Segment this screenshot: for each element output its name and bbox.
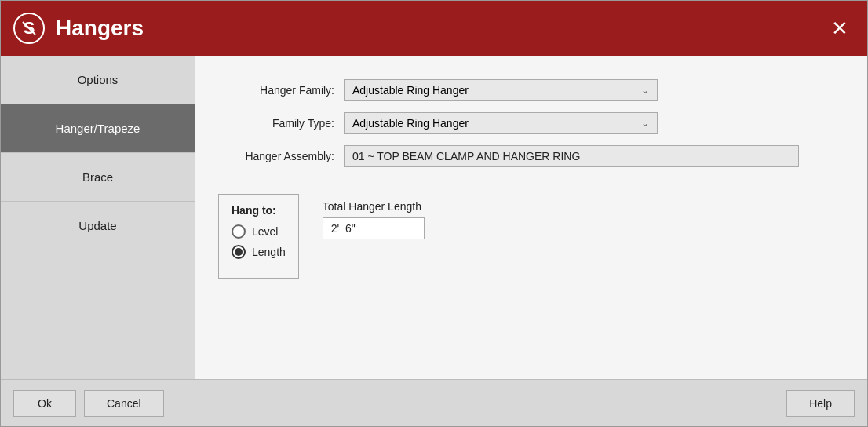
length-label: Length xyxy=(252,246,286,258)
length-radio-row: Length xyxy=(232,245,286,259)
hang-to-box: Hang to: Level Length xyxy=(218,194,299,279)
title-bar: S Hangers ✕ xyxy=(1,1,867,56)
sidebar: Options Hanger/Trapeze Brace Update xyxy=(1,56,195,379)
dialog-title: Hangers xyxy=(56,16,825,41)
hanger-assembly-label: Hanger Assembly: xyxy=(218,150,344,162)
length-radio[interactable] xyxy=(232,245,246,259)
hang-to-label: Hang to: xyxy=(232,204,286,217)
app-icon: S xyxy=(13,13,45,44)
total-hanger-length-input[interactable] xyxy=(323,217,425,239)
sidebar-item-options[interactable]: Options xyxy=(1,56,195,104)
family-type-label: Family Type: xyxy=(218,117,344,130)
help-button[interactable]: Help xyxy=(786,390,855,417)
family-type-value: Adjustable Ring Hanger xyxy=(352,117,469,130)
family-type-chevron-icon: ⌄ xyxy=(641,118,649,129)
hanger-family-chevron-icon: ⌄ xyxy=(641,85,649,96)
cancel-button[interactable]: Cancel xyxy=(84,390,164,417)
total-hanger-group: Total Hanger Length xyxy=(323,200,425,239)
hanger-family-dropdown[interactable]: Adjustable Ring Hanger ⌄ xyxy=(344,79,658,101)
hang-to-group: Hang to: Level Length Total Hanger Lengt… xyxy=(218,194,844,279)
sidebar-item-brace[interactable]: Brace xyxy=(1,153,195,202)
sidebar-item-update[interactable]: Update xyxy=(1,202,195,250)
footer: Ok Cancel Help xyxy=(1,379,867,426)
family-type-row: Family Type: Adjustable Ring Hanger ⌄ xyxy=(218,112,844,134)
hanger-assembly-row: Hanger Assembly: 01 ~ TOP BEAM CLAMP AND… xyxy=(218,145,844,167)
level-radio-row: Level xyxy=(232,224,286,239)
dialog-window: S Hangers ✕ Options Hanger/Trapeze Brace… xyxy=(0,0,868,427)
hanger-assembly-field: 01 ~ TOP BEAM CLAMP AND HANGER RING xyxy=(344,145,799,167)
content-area: Options Hanger/Trapeze Brace Update Hang… xyxy=(1,56,867,379)
level-radio[interactable] xyxy=(232,224,246,239)
hanger-family-value: Adjustable Ring Hanger xyxy=(352,84,469,97)
close-button[interactable]: ✕ xyxy=(825,15,855,42)
family-type-dropdown[interactable]: Adjustable Ring Hanger ⌄ xyxy=(344,112,658,134)
hanger-family-label: Hanger Family: xyxy=(218,84,344,97)
main-panel: Hanger Family: Adjustable Ring Hanger ⌄ … xyxy=(195,56,867,379)
total-hanger-length-label: Total Hanger Length xyxy=(323,200,425,213)
hanger-family-row: Hanger Family: Adjustable Ring Hanger ⌄ xyxy=(218,79,844,101)
sidebar-item-hanger-trapeze[interactable]: Hanger/Trapeze xyxy=(1,104,195,153)
ok-button[interactable]: Ok xyxy=(13,390,76,417)
level-label: Level xyxy=(252,225,278,238)
